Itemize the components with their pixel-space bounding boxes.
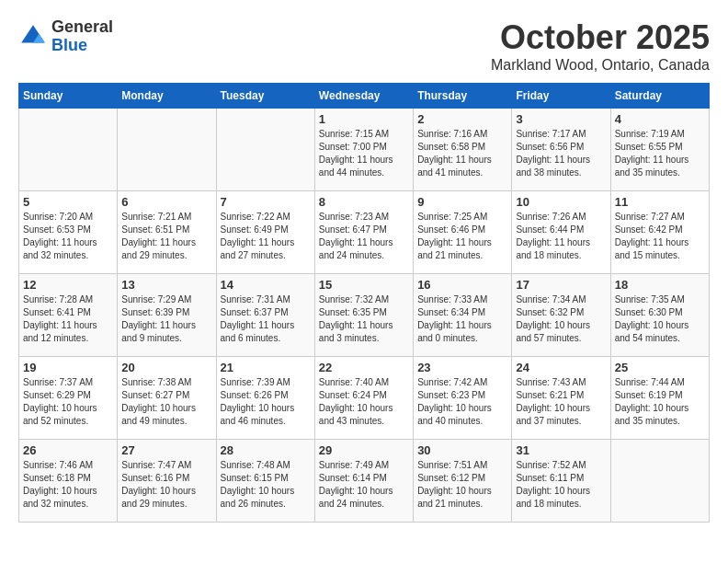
day-number: 11 xyxy=(615,195,705,209)
day-number: 23 xyxy=(417,361,507,374)
logo-text: General Blue xyxy=(51,18,113,55)
calendar-body: 1Sunrise: 7:15 AM Sunset: 7:00 PM Daylig… xyxy=(19,109,710,523)
day-info: Sunrise: 7:47 AM Sunset: 6:16 PM Dayligh… xyxy=(121,459,211,511)
day-number: 21 xyxy=(221,361,311,374)
weekday-header-friday: Friday xyxy=(512,84,610,109)
calendar-day-9: 9Sunrise: 7:25 AM Sunset: 6:46 PM Daylig… xyxy=(414,191,512,274)
day-info: Sunrise: 7:51 AM Sunset: 6:12 PM Dayligh… xyxy=(417,459,507,511)
calendar-day-8: 8Sunrise: 7:23 AM Sunset: 6:47 PM Daylig… xyxy=(314,191,413,274)
weekday-header-monday: Monday xyxy=(118,84,216,109)
day-number: 6 xyxy=(121,195,211,209)
day-number: 19 xyxy=(23,361,113,374)
calendar-table: SundayMondayTuesdayWednesdayThursdayFrid… xyxy=(18,83,710,523)
calendar-day-17: 17Sunrise: 7:34 AM Sunset: 6:32 PM Dayli… xyxy=(512,274,610,357)
calendar-day-25: 25Sunrise: 7:44 AM Sunset: 6:19 PM Dayli… xyxy=(610,357,709,440)
day-info: Sunrise: 7:22 AM Sunset: 6:49 PM Dayligh… xyxy=(221,211,311,262)
day-info: Sunrise: 7:15 AM Sunset: 7:00 PM Dayligh… xyxy=(319,128,409,179)
calendar-week-3: 12Sunrise: 7:28 AM Sunset: 6:41 PM Dayli… xyxy=(19,274,710,357)
day-info: Sunrise: 7:21 AM Sunset: 6:51 PM Dayligh… xyxy=(121,211,211,262)
calendar-day-18: 18Sunrise: 7:35 AM Sunset: 6:30 PM Dayli… xyxy=(610,274,709,357)
day-number: 24 xyxy=(516,361,606,374)
day-info: Sunrise: 7:34 AM Sunset: 6:32 PM Dayligh… xyxy=(516,293,606,345)
day-number: 22 xyxy=(319,361,409,374)
day-number: 9 xyxy=(417,195,507,209)
calendar-day-11: 11Sunrise: 7:27 AM Sunset: 6:42 PM Dayli… xyxy=(610,191,709,274)
day-info: Sunrise: 7:42 AM Sunset: 6:23 PM Dayligh… xyxy=(417,376,507,428)
day-info: Sunrise: 7:31 AM Sunset: 6:37 PM Dayligh… xyxy=(221,293,311,345)
day-info: Sunrise: 7:35 AM Sunset: 6:30 PM Dayligh… xyxy=(615,293,705,345)
day-info: Sunrise: 7:39 AM Sunset: 6:26 PM Dayligh… xyxy=(221,376,311,428)
day-info: Sunrise: 7:43 AM Sunset: 6:21 PM Dayligh… xyxy=(516,376,606,428)
day-number: 27 xyxy=(121,443,211,457)
title-block: October 2025 Markland Wood, Ontario, Can… xyxy=(491,18,710,74)
day-number: 20 xyxy=(121,361,211,374)
calendar-week-2: 5Sunrise: 7:20 AM Sunset: 6:53 PM Daylig… xyxy=(19,191,710,274)
calendar-day-21: 21Sunrise: 7:39 AM Sunset: 6:26 PM Dayli… xyxy=(216,357,314,440)
location-subtitle: Markland Wood, Ontario, Canada xyxy=(491,57,710,74)
page-header: General Blue October 2025 Markland Wood,… xyxy=(18,18,710,74)
day-info: Sunrise: 7:28 AM Sunset: 6:41 PM Dayligh… xyxy=(23,293,113,345)
calendar-day-4: 4Sunrise: 7:19 AM Sunset: 6:55 PM Daylig… xyxy=(610,109,709,191)
day-number: 15 xyxy=(319,278,409,292)
calendar-day-20: 20Sunrise: 7:38 AM Sunset: 6:27 PM Dayli… xyxy=(118,357,216,440)
calendar-day-6: 6Sunrise: 7:21 AM Sunset: 6:51 PM Daylig… xyxy=(118,191,216,274)
day-info: Sunrise: 7:33 AM Sunset: 6:34 PM Dayligh… xyxy=(417,293,507,345)
day-info: Sunrise: 7:26 AM Sunset: 6:44 PM Dayligh… xyxy=(516,211,606,262)
calendar-day-12: 12Sunrise: 7:28 AM Sunset: 6:41 PM Dayli… xyxy=(19,274,118,357)
day-info: Sunrise: 7:49 AM Sunset: 6:14 PM Dayligh… xyxy=(319,459,409,511)
calendar-day-15: 15Sunrise: 7:32 AM Sunset: 6:35 PM Dayli… xyxy=(314,274,413,357)
day-info: Sunrise: 7:17 AM Sunset: 6:56 PM Dayligh… xyxy=(516,128,606,179)
calendar-day-30: 30Sunrise: 7:51 AM Sunset: 6:12 PM Dayli… xyxy=(414,440,512,523)
calendar-day-3: 3Sunrise: 7:17 AM Sunset: 6:56 PM Daylig… xyxy=(512,109,610,191)
day-number: 2 xyxy=(417,112,507,126)
day-number: 13 xyxy=(121,278,211,292)
logo-icon xyxy=(18,22,48,52)
logo-blue: Blue xyxy=(51,37,113,55)
day-info: Sunrise: 7:25 AM Sunset: 6:46 PM Dayligh… xyxy=(417,211,507,262)
day-number: 29 xyxy=(319,443,409,457)
calendar-day-10: 10Sunrise: 7:26 AM Sunset: 6:44 PM Dayli… xyxy=(512,191,610,274)
calendar-day-5: 5Sunrise: 7:20 AM Sunset: 6:53 PM Daylig… xyxy=(19,191,118,274)
weekday-header-thursday: Thursday xyxy=(414,84,512,109)
calendar-day-16: 16Sunrise: 7:33 AM Sunset: 6:34 PM Dayli… xyxy=(414,274,512,357)
logo-general: General xyxy=(51,18,113,37)
day-number: 7 xyxy=(221,195,311,209)
day-number: 18 xyxy=(615,278,705,292)
day-number: 17 xyxy=(516,278,606,292)
day-number: 31 xyxy=(516,443,606,457)
day-number: 16 xyxy=(417,278,507,292)
calendar-day-22: 22Sunrise: 7:40 AM Sunset: 6:24 PM Dayli… xyxy=(314,357,413,440)
day-info: Sunrise: 7:29 AM Sunset: 6:39 PM Dayligh… xyxy=(121,293,211,345)
day-number: 5 xyxy=(23,195,113,209)
empty-cell xyxy=(216,109,314,191)
day-number: 4 xyxy=(615,112,705,126)
calendar-day-13: 13Sunrise: 7:29 AM Sunset: 6:39 PM Dayli… xyxy=(118,274,216,357)
empty-cell xyxy=(610,440,709,523)
day-number: 25 xyxy=(615,361,705,374)
day-info: Sunrise: 7:44 AM Sunset: 6:19 PM Dayligh… xyxy=(615,376,705,428)
day-info: Sunrise: 7:48 AM Sunset: 6:15 PM Dayligh… xyxy=(221,459,311,511)
empty-cell xyxy=(118,109,216,191)
day-info: Sunrise: 7:19 AM Sunset: 6:55 PM Dayligh… xyxy=(615,128,705,179)
weekday-header-wednesday: Wednesday xyxy=(314,84,413,109)
day-info: Sunrise: 7:40 AM Sunset: 6:24 PM Dayligh… xyxy=(319,376,409,428)
day-info: Sunrise: 7:23 AM Sunset: 6:47 PM Dayligh… xyxy=(319,211,409,262)
day-info: Sunrise: 7:46 AM Sunset: 6:18 PM Dayligh… xyxy=(23,459,113,511)
day-number: 3 xyxy=(516,112,606,126)
calendar-day-29: 29Sunrise: 7:49 AM Sunset: 6:14 PM Dayli… xyxy=(314,440,413,523)
day-info: Sunrise: 7:32 AM Sunset: 6:35 PM Dayligh… xyxy=(319,293,409,345)
empty-cell xyxy=(19,109,118,191)
weekday-header-saturday: Saturday xyxy=(610,84,709,109)
day-info: Sunrise: 7:52 AM Sunset: 6:11 PM Dayligh… xyxy=(516,459,606,511)
logo: General Blue xyxy=(18,18,113,55)
day-info: Sunrise: 7:37 AM Sunset: 6:29 PM Dayligh… xyxy=(23,376,113,428)
day-number: 26 xyxy=(23,443,113,457)
day-info: Sunrise: 7:27 AM Sunset: 6:42 PM Dayligh… xyxy=(615,211,705,262)
calendar-day-23: 23Sunrise: 7:42 AM Sunset: 6:23 PM Dayli… xyxy=(414,357,512,440)
day-number: 30 xyxy=(417,443,507,457)
day-number: 14 xyxy=(221,278,311,292)
day-number: 10 xyxy=(516,195,606,209)
calendar-day-27: 27Sunrise: 7:47 AM Sunset: 6:16 PM Dayli… xyxy=(118,440,216,523)
month-title: October 2025 xyxy=(491,18,710,57)
calendar-week-1: 1Sunrise: 7:15 AM Sunset: 7:00 PM Daylig… xyxy=(19,109,710,191)
